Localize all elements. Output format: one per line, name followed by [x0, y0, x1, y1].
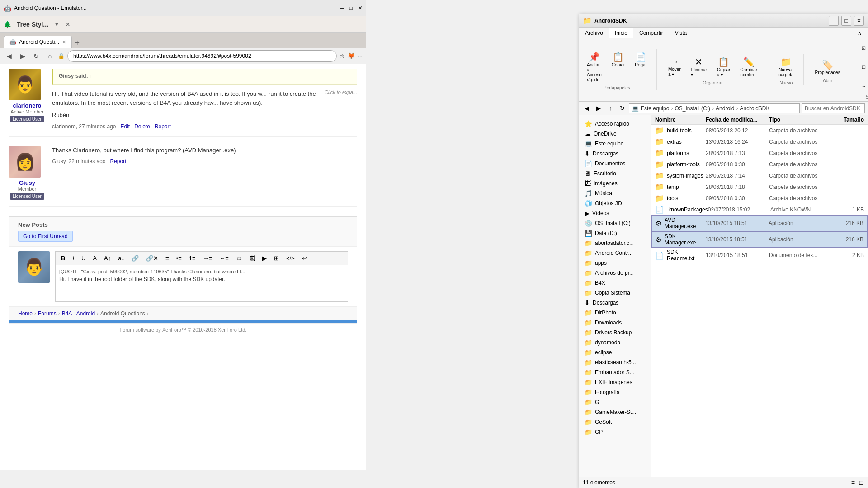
nav-musica[interactable]: 🎵 Música [579, 188, 651, 198]
nav-descargas[interactable]: ⬇ Descargas [579, 149, 651, 159]
tree-close-btn[interactable]: ✕ [65, 21, 71, 28]
view-list-btn[interactable]: ≡ [851, 479, 855, 486]
nav-gesoft[interactable]: 📁 GeSoft [579, 417, 651, 427]
exp-up-btn[interactable]: ↑ [605, 103, 615, 113]
pin-btn[interactable]: 📌 Anclar alAcceso rápido [583, 49, 606, 84]
exp-back-btn[interactable]: ◀ [582, 103, 592, 113]
close-icon[interactable]: ✕ [358, 5, 363, 11]
nav-objetos3d[interactable]: 🧊 Objetos 3D [579, 198, 651, 208]
nav-abortos[interactable]: 📁 abortosdator.c... [579, 238, 651, 248]
nav-os-install[interactable]: 💿 OS_Install (C:) [579, 218, 651, 228]
nav-dirphoto[interactable]: 📁 DirPhoto [579, 308, 651, 318]
nav-eclipse[interactable]: 📁 eclipse [579, 347, 651, 357]
click-expand[interactable]: Click to expa... [325, 89, 357, 95]
nav-drivers[interactable]: 📁 Drivers Backup [579, 328, 651, 338]
exp-refresh-btn[interactable]: ↻ [617, 103, 627, 113]
bookmark-icon[interactable]: ☆ [340, 52, 345, 59]
indent-btn[interactable]: →≡ [200, 253, 215, 263]
ribbon-collapse-btn[interactable]: ∧ [852, 28, 868, 38]
nav-downloads[interactable]: 📁 Downloads [579, 318, 651, 328]
nav-g[interactable]: 📁 G [579, 397, 651, 407]
forward-btn[interactable]: ▶ [17, 51, 28, 61]
file-row-avd-manager[interactable]: ⚙ AVD Manager.exe 13/10/2015 18:51 Aplic… [651, 215, 868, 231]
align-btn[interactable]: ≡ [163, 253, 172, 263]
post-1-report-link[interactable]: Report [155, 123, 171, 130]
col-header-date[interactable]: Fecha de modifica... [706, 117, 769, 123]
file-row-temp[interactable]: 📁 temp 28/06/2018 7:18 Carpeta de archiv… [651, 181, 868, 192]
url-bar[interactable] [67, 50, 337, 62]
nav-escritorio[interactable]: 🖥 Escritorio [579, 169, 651, 178]
nav-onedrive[interactable]: ☁ OneDrive [579, 129, 651, 139]
image-btn[interactable]: 🖼 [246, 253, 258, 263]
size-btn[interactable]: A↑ [101, 253, 113, 263]
breadcrumb-forums[interactable]: Forums [38, 310, 57, 317]
more-icon[interactable]: ··· [358, 52, 363, 59]
nav-videos[interactable]: ▶ Vídeos [579, 208, 651, 218]
nav-b4x[interactable]: 📁 B4X [579, 278, 651, 288]
nav-descargas2[interactable]: ⬇ Descargas [579, 298, 651, 308]
undo-btn[interactable]: ↩ [299, 253, 310, 263]
nav-data-d[interactable]: 💾 Data (D:) [579, 228, 651, 238]
breadcrumb-b4a[interactable]: B4A - Android [62, 310, 95, 317]
post-2-report-link[interactable]: Report [110, 158, 127, 164]
copy-btn[interactable]: 📋 Copiar [608, 49, 629, 84]
tree-chevron-icon[interactable]: ▼ [54, 21, 60, 28]
num-btn[interactable]: 1≡ [186, 253, 198, 263]
nav-copia-sistema[interactable]: 📁 Copia Sistema [579, 288, 651, 298]
code-btn[interactable]: </> [283, 253, 297, 263]
move-btn[interactable]: → Mover a ▾ [664, 54, 685, 80]
paste-btn[interactable]: 📄 Pegar [631, 49, 651, 84]
explorer-minimize-btn[interactable]: ─ [829, 16, 839, 26]
address-bar[interactable]: 💻 Este equipo › OS_Install (C:) › Androi… [629, 103, 800, 113]
select-none-btn[interactable]: ☐ No seleccionar nada [858, 56, 868, 77]
file-row-platforms[interactable]: 📁 platforms 28/06/2018 7:13 Carpeta de a… [651, 147, 868, 159]
maximize-icon[interactable]: □ [349, 5, 353, 11]
ribbon-tab-compartir[interactable]: Compartir [633, 28, 669, 38]
file-row-build-tools[interactable]: 📁 build-tools 08/06/2018 20:12 Carpeta d… [651, 125, 868, 136]
minimize-icon[interactable]: ─ [340, 5, 344, 11]
outdent-btn[interactable]: ←≡ [217, 253, 231, 263]
nav-apps[interactable]: 📁 apps [579, 258, 651, 268]
pocket-icon[interactable]: 🦊 [348, 52, 355, 59]
back-btn[interactable]: ◀ [4, 51, 14, 61]
nav-exif[interactable]: 📁 EXIF Imagenes [579, 377, 651, 387]
col-header-name[interactable]: Nombre [655, 117, 706, 123]
home-btn[interactable]: ⌂ [44, 51, 55, 61]
nav-elasticsearch[interactable]: 📁 elasticsearch-5... [579, 357, 651, 367]
ribbon-tab-vista[interactable]: Vista [669, 28, 693, 38]
underline-btn[interactable]: U [79, 253, 88, 263]
nav-acceso-rapido[interactable]: ⭐ Acceso rápido [579, 119, 651, 129]
rename-btn[interactable]: ✏️ Cambiar nombre [736, 54, 761, 80]
invert-selection-btn[interactable]: ↔ Invertir selección [858, 78, 868, 94]
ribbon-tab-inicio[interactable]: Inicio [609, 28, 633, 38]
nav-archivos[interactable]: 📁 Archivos de pr... [579, 268, 651, 278]
nav-android-contr[interactable]: 📁 Android Contr... [579, 248, 651, 258]
media-btn[interactable]: ▶ [259, 253, 269, 263]
file-row-extras[interactable]: 📁 extras 13/06/2018 16:24 Carpeta de arc… [651, 136, 868, 147]
file-row-known-packages[interactable]: 📄 .knownPackages 02/07/2018 15:02 Archiv… [651, 204, 868, 215]
color-btn[interactable]: A [90, 253, 99, 263]
table-btn[interactable]: ⊞ [271, 253, 282, 263]
link-btn[interactable]: 🔗 [129, 253, 142, 263]
search-input[interactable] [802, 103, 865, 113]
file-row-platform-tools[interactable]: 📁 platform-tools 09/06/2018 0:30 Carpeta… [651, 159, 868, 170]
copyto-btn[interactable]: 📋 Copiar a ▾ [713, 54, 734, 80]
nav-este-equipo[interactable]: 💻 Este equipo [579, 139, 651, 149]
explorer-close-btn[interactable]: ✕ [854, 16, 864, 26]
nav-embarcador[interactable]: 📁 Embarcador S... [579, 367, 651, 377]
exp-forward-btn[interactable]: ▶ [594, 103, 604, 113]
nav-dynamodb[interactable]: 📁 dynamodb [579, 338, 651, 347]
unlink-btn[interactable]: 🔗✕ [143, 253, 161, 263]
file-row-sdk-manager[interactable]: ⚙ SDK Manager.exe 13/10/2015 18:51 Aplic… [651, 231, 868, 248]
select-all-btn[interactable]: ☑ Seleccionar todo [858, 40, 868, 56]
delete-btn[interactable]: ✕ Eliminar ▾ [687, 54, 711, 80]
file-row-system-images[interactable]: 📁 system-images 28/06/2018 7:14 Carpeta … [651, 170, 868, 181]
nav-documentos[interactable]: 📄 Documentos [579, 159, 651, 169]
editor-content[interactable]: [QUOTE="Giusy, post: 599002, member: 110… [56, 265, 348, 301]
add-tab-btn[interactable]: + [75, 38, 80, 48]
post-1-edit-link[interactable]: Edit [120, 123, 130, 130]
breadcrumb-home[interactable]: Home [18, 310, 33, 317]
col-header-type[interactable]: Tipo [769, 117, 828, 123]
properties-btn[interactable]: 🏷️ Propiedades [811, 57, 844, 77]
file-row-tools[interactable]: 📁 tools 09/06/2018 0:30 Carpeta de archi… [651, 192, 868, 204]
